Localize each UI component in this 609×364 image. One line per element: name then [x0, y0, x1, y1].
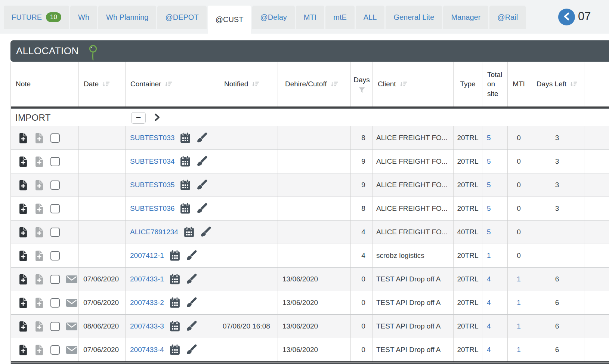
tab-mte[interactable]: mtE	[325, 6, 355, 29]
note-add-secondary-button[interactable]	[34, 203, 44, 214]
sort-icon[interactable]	[330, 81, 338, 88]
total-on-site-link[interactable]: 5	[487, 134, 491, 142]
note-add-button[interactable]	[18, 180, 28, 191]
row-checkbox[interactable]	[50, 251, 60, 260]
note-add-secondary-button[interactable]	[34, 227, 44, 238]
tab-rail[interactable]: @Rail	[489, 6, 526, 29]
total-on-site-link[interactable]: 5	[487, 181, 491, 189]
row-checkbox[interactable]	[50, 322, 60, 331]
sort-icon[interactable]	[399, 81, 407, 88]
tab-wh[interactable]: Wh	[70, 6, 97, 29]
tab-mti[interactable]: MTI	[296, 6, 324, 29]
mti-link[interactable]: 1	[517, 275, 521, 283]
paintbrush-icon[interactable]	[186, 321, 197, 332]
mail-icon[interactable]	[66, 299, 77, 307]
paintbrush-icon[interactable]	[196, 156, 207, 167]
note-add-secondary-button[interactable]	[34, 321, 44, 332]
calendar-icon[interactable]	[169, 321, 180, 332]
sort-icon[interactable]	[570, 81, 578, 88]
note-add-secondary-button[interactable]	[34, 180, 44, 191]
note-add-secondary-button[interactable]	[34, 297, 44, 308]
total-on-site-link[interactable]: 5	[487, 228, 491, 236]
mail-icon[interactable]	[66, 275, 77, 283]
row-checkbox[interactable]	[50, 133, 60, 143]
row-checkbox[interactable]	[50, 204, 60, 213]
chevron-right-icon[interactable]	[153, 113, 161, 122]
note-add-button[interactable]	[18, 345, 28, 355]
sort-icon[interactable]	[102, 81, 110, 88]
mail-icon[interactable]	[66, 346, 77, 354]
note-add-secondary-button[interactable]	[34, 133, 44, 144]
note-add-secondary-button[interactable]	[34, 156, 44, 167]
paintbrush-icon[interactable]	[196, 179, 207, 191]
mti-link[interactable]: 1	[517, 299, 521, 307]
container-link[interactable]: 2007433-1	[130, 275, 164, 283]
calendar-icon[interactable]	[169, 250, 180, 261]
note-add-button[interactable]	[18, 250, 28, 261]
container-link[interactable]: 2007433-4	[130, 346, 164, 354]
note-add-button[interactable]	[18, 203, 28, 214]
total-on-site-link[interactable]: 4	[487, 299, 491, 307]
container-link[interactable]: SUBTEST033	[130, 134, 174, 142]
tab-future[interactable]: FUTURE10	[4, 6, 69, 29]
nav-back-button[interactable]	[558, 9, 575, 25]
total-on-site-link[interactable]: 4	[487, 275, 491, 283]
note-add-button[interactable]	[18, 227, 28, 238]
row-checkbox[interactable]	[50, 345, 60, 355]
row-checkbox[interactable]	[50, 228, 60, 237]
calendar-icon[interactable]	[183, 226, 195, 238]
container-link[interactable]: SUBTEST034	[130, 157, 174, 166]
tab-general-lite[interactable]: General Lite	[386, 6, 442, 29]
tab-cust[interactable]: @CUST	[208, 6, 251, 34]
tab-delay[interactable]: @Delay	[252, 6, 294, 29]
container-link[interactable]: SUBTEST036	[130, 204, 174, 213]
calendar-icon[interactable]	[180, 156, 191, 167]
paintbrush-icon[interactable]	[186, 250, 197, 261]
total-on-site-link[interactable]: 5	[487, 157, 491, 166]
tab-depot[interactable]: @DEPOT	[157, 6, 206, 29]
row-checkbox[interactable]	[50, 298, 60, 308]
calendar-icon[interactable]	[180, 203, 191, 214]
container-link[interactable]: SUBTEST035	[130, 181, 174, 189]
note-add-button[interactable]	[18, 274, 28, 285]
note-add-secondary-button[interactable]	[34, 274, 44, 285]
paintbrush-icon[interactable]	[186, 297, 197, 308]
calendar-icon[interactable]	[169, 274, 180, 285]
row-checkbox[interactable]	[50, 275, 60, 284]
calendar-icon[interactable]	[169, 344, 180, 355]
container-link[interactable]: ALICE7891234	[130, 228, 178, 236]
total-on-site-link[interactable]: 4	[487, 322, 491, 330]
collapse-group-button[interactable]: −	[131, 112, 146, 124]
note-add-button[interactable]	[18, 133, 28, 144]
total-on-site-link[interactable]: 4	[487, 346, 491, 354]
note-add-secondary-button[interactable]	[34, 250, 44, 261]
container-link[interactable]: 2007433-2	[130, 299, 164, 307]
note-add-button[interactable]	[18, 156, 28, 167]
note-add-button[interactable]	[18, 321, 28, 332]
paintbrush-icon[interactable]	[196, 203, 207, 214]
mail-icon[interactable]	[66, 323, 77, 330]
calendar-icon[interactable]	[180, 179, 191, 191]
tab-all[interactable]: ALL	[356, 6, 385, 29]
row-checkbox[interactable]	[50, 157, 60, 166]
tab-wh-planning[interactable]: Wh Planning	[98, 6, 156, 29]
paintbrush-icon[interactable]	[186, 344, 197, 355]
mti-link[interactable]: 1	[517, 346, 521, 354]
calendar-icon[interactable]	[180, 132, 191, 144]
total-on-site-link[interactable]: 5	[487, 204, 491, 213]
sort-icon[interactable]	[164, 81, 172, 88]
total-on-site-link[interactable]: 1	[487, 252, 491, 260]
paintbrush-icon[interactable]	[186, 274, 197, 285]
row-checkbox[interactable]	[50, 181, 60, 190]
paintbrush-icon[interactable]	[200, 226, 211, 238]
mti-link[interactable]: 1	[517, 322, 521, 330]
paintbrush-icon[interactable]	[196, 132, 207, 144]
calendar-icon[interactable]	[169, 297, 180, 308]
container-link[interactable]: 2007433-3	[130, 322, 164, 330]
sort-icon[interactable]	[251, 81, 259, 88]
note-add-button[interactable]	[18, 297, 28, 308]
note-add-secondary-button[interactable]	[34, 345, 44, 355]
filter-icon[interactable]	[359, 87, 365, 93]
tab-manager[interactable]: Manager	[443, 6, 488, 29]
container-link[interactable]: 2007412-1	[130, 252, 164, 260]
